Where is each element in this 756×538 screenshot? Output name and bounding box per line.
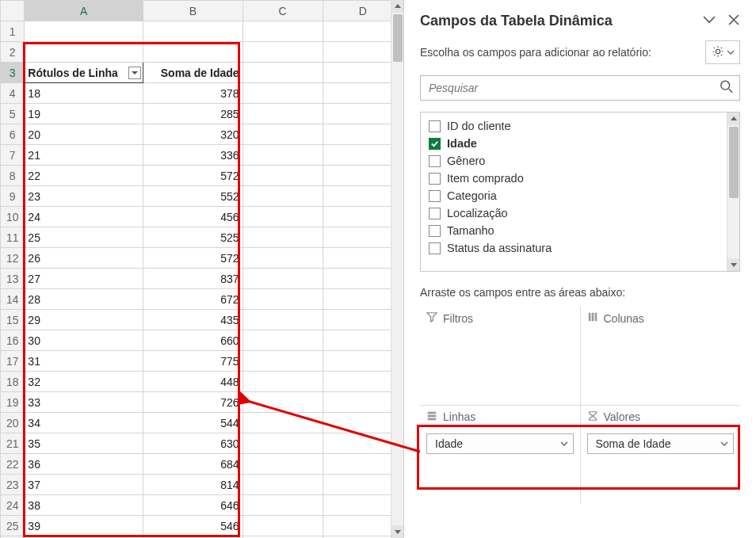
row-header[interactable]: 21	[1, 433, 25, 454]
cell[interactable]	[242, 475, 323, 495]
spreadsheet-grid[interactable]: A B C D 1 2 3 Rótulos de Linha Soma de I…	[0, 0, 403, 538]
pivot-row-label[interactable]: 35	[25, 433, 143, 454]
pivot-row-label[interactable]: 23	[25, 186, 143, 207]
field-item[interactable]: ID do cliente	[426, 117, 735, 135]
cell[interactable]	[242, 372, 323, 392]
column-header-B[interactable]: B	[143, 1, 242, 21]
row-header[interactable]: 14	[1, 289, 25, 310]
cell[interactable]	[242, 392, 323, 413]
row-header[interactable]: 25	[1, 516, 25, 536]
row-header[interactable]: 17	[1, 351, 25, 372]
pivot-row-value[interactable]: 336	[143, 145, 242, 166]
row-header[interactable]: 23	[1, 475, 25, 495]
pivot-row-value[interactable]: 837	[143, 269, 242, 289]
row-header[interactable]: 2	[1, 42, 25, 63]
checkbox-icon[interactable]	[429, 225, 441, 237]
pivot-row-label[interactable]: 18	[25, 83, 143, 104]
row-header[interactable]: 12	[1, 248, 25, 269]
cell[interactable]	[242, 351, 323, 372]
cell[interactable]	[242, 330, 323, 351]
cell[interactable]	[242, 269, 323, 289]
pivot-row-label[interactable]: 34	[25, 413, 143, 433]
row-header[interactable]: 15	[1, 310, 25, 330]
cell[interactable]	[242, 310, 323, 330]
column-header-C[interactable]: C	[242, 1, 323, 21]
row-header[interactable]: 10	[1, 207, 25, 227]
pivot-row-label[interactable]: 33	[25, 392, 143, 413]
scroll-down-icon[interactable]	[727, 258, 740, 271]
close-icon[interactable]	[727, 13, 740, 29]
cell[interactable]	[242, 166, 323, 186]
row-header[interactable]: 22	[1, 454, 25, 475]
row-header[interactable]: 20	[1, 413, 25, 433]
values-zone[interactable]: Valores Soma de Idade	[581, 406, 741, 504]
pivot-row-label[interactable]: 28	[25, 289, 143, 310]
scroll-down-icon[interactable]	[391, 525, 404, 538]
cell[interactable]	[143, 21, 242, 42]
pivot-row-value[interactable]: 630	[143, 433, 242, 454]
row-header[interactable]: 9	[1, 186, 25, 207]
row-header[interactable]: 5	[1, 104, 25, 124]
row-header[interactable]: 19	[1, 392, 25, 413]
pivot-row-value[interactable]: 448	[143, 372, 242, 392]
pivot-row-value[interactable]: 572	[143, 166, 242, 186]
checkbox-icon[interactable]	[429, 138, 441, 150]
pivot-row-value[interactable]: 814	[143, 475, 242, 495]
pivot-row-label[interactable]: 31	[25, 351, 143, 372]
cell[interactable]	[242, 124, 323, 145]
cell[interactable]	[242, 207, 323, 227]
field-item[interactable]: Categoria	[426, 187, 735, 204]
pivot-row-label[interactable]: 36	[25, 454, 143, 475]
pivot-row-value[interactable]: 775	[143, 351, 242, 372]
pivot-row-label[interactable]: 39	[25, 516, 143, 536]
pivot-row-label[interactable]: 21	[25, 145, 143, 166]
row-header[interactable]: 16	[1, 330, 25, 351]
field-list-scrollbar[interactable]	[727, 113, 739, 271]
cell[interactable]	[242, 433, 323, 454]
cell[interactable]	[242, 145, 323, 166]
cell[interactable]	[242, 186, 323, 207]
scroll-thumb[interactable]	[729, 127, 739, 198]
pivot-row-value[interactable]: 525	[143, 227, 242, 248]
pivot-value-header-cell[interactable]: Soma de Idade	[143, 63, 242, 83]
filter-dropdown-button[interactable]	[128, 67, 141, 79]
pivot-row-value[interactable]: 456	[143, 207, 242, 227]
cell[interactable]	[25, 42, 143, 63]
field-item[interactable]: Gênero	[426, 152, 735, 170]
field-item[interactable]: Item comprado	[426, 170, 735, 187]
pivot-row-value[interactable]: 646	[143, 495, 242, 516]
cell[interactable]	[242, 21, 323, 42]
pivot-row-label[interactable]: 20	[25, 124, 143, 145]
column-header-A[interactable]: A	[25, 1, 143, 21]
cell[interactable]	[242, 42, 323, 63]
pivot-row-label[interactable]: 30	[25, 330, 143, 351]
search-input[interactable]	[420, 75, 740, 101]
collapse-icon[interactable]	[702, 13, 716, 29]
cell[interactable]	[242, 413, 323, 433]
pivot-row-label[interactable]: 26	[25, 248, 143, 269]
scroll-up-icon[interactable]	[727, 113, 740, 125]
select-all-corner[interactable]	[1, 1, 25, 21]
pivot-row-label[interactable]: 27	[25, 269, 143, 289]
pivot-row-label[interactable]: 22	[25, 166, 143, 186]
pivot-row-label[interactable]: 32	[25, 372, 143, 392]
cell[interactable]	[242, 83, 323, 104]
row-header[interactable]: 11	[1, 227, 25, 248]
row-header[interactable]: 3	[1, 63, 25, 83]
checkbox-icon[interactable]	[429, 173, 441, 185]
rows-zone[interactable]: Linhas Idade	[420, 406, 580, 504]
settings-button[interactable]	[705, 40, 740, 64]
row-header[interactable]: 4	[1, 83, 25, 104]
pivot-row-label[interactable]: 19	[25, 104, 143, 124]
cell[interactable]	[242, 289, 323, 310]
pivot-row-value[interactable]: 285	[143, 104, 242, 124]
values-field-pill[interactable]: Soma de Idade	[587, 433, 735, 454]
pivot-row-value[interactable]: 544	[143, 413, 242, 433]
checkbox-icon[interactable]	[429, 120, 441, 132]
checkbox-icon[interactable]	[429, 155, 441, 167]
pivot-row-label[interactable]: 25	[25, 227, 143, 248]
pivot-row-value[interactable]: 684	[143, 454, 242, 475]
filters-zone[interactable]: Filtros	[420, 307, 580, 405]
field-item[interactable]: Localização	[426, 204, 735, 222]
field-item[interactable]: Tamanho	[426, 222, 735, 239]
